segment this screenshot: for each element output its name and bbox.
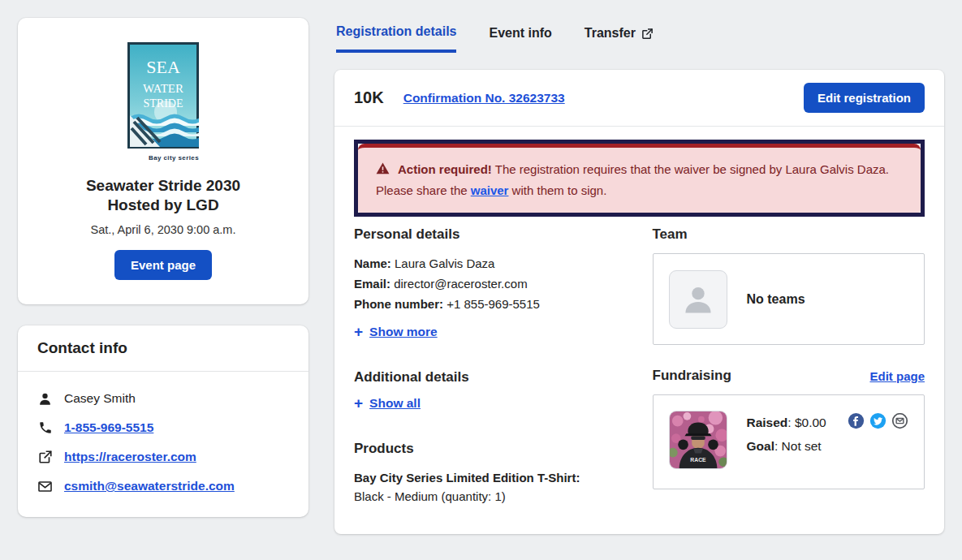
detail-value: +1 855-969-5515 xyxy=(443,297,540,311)
svg-text:RACE: RACE xyxy=(690,457,706,463)
fundraising-header: Fundraising Edit page xyxy=(653,368,925,384)
person-icon xyxy=(37,391,53,407)
show-all-label: Show all xyxy=(369,396,421,411)
alert-bold-text: Action required! xyxy=(398,162,492,176)
alert-text-2: with them to sign. xyxy=(508,183,606,197)
detail-value: director@raceroster.com xyxy=(390,277,528,291)
detail-label: Email: xyxy=(354,277,390,291)
team-title: Team xyxy=(653,226,925,243)
goal-value: : Not set xyxy=(774,439,822,453)
social-share-row xyxy=(848,411,908,429)
detail-label: Phone number: xyxy=(354,297,443,311)
event-page-button[interactable]: Event page xyxy=(114,250,212,280)
fundraiser-photo-image: RACE xyxy=(670,411,727,469)
waiver-link[interactable]: waiver xyxy=(471,183,509,197)
sub-event-label: 10K xyxy=(354,88,384,107)
no-teams-text: No teams xyxy=(747,292,805,307)
email-share-icon[interactable] xyxy=(891,412,908,429)
tab-transfer[interactable]: Transfer xyxy=(585,24,654,53)
edit-registration-button[interactable]: Edit registration xyxy=(804,83,925,113)
detail-value: Laura Galvis Daza xyxy=(391,256,495,270)
additional-details-title: Additional details xyxy=(354,369,627,386)
page: SEA WATER STRIDE Bay city series Seawate… xyxy=(0,0,962,552)
contact-info-title: Contact info xyxy=(37,339,289,357)
svg-text:SEA: SEA xyxy=(146,57,180,77)
svg-text:WATER: WATER xyxy=(143,82,183,95)
registration-card-header: 10K Confirmation No. 32623733 Edit regis… xyxy=(334,70,944,127)
svg-text:STRIDE: STRIDE xyxy=(144,97,183,110)
event-title: Seawater Stride 2030 Hosted by LGD xyxy=(37,176,289,216)
goal-row: Goal: Not set xyxy=(747,439,829,454)
contact-name-row: Casey Smith xyxy=(37,391,289,407)
event-title-line1: Seawater Stride 2030 xyxy=(37,176,289,196)
fundraising-stats: Raised: $0.00 Goal: Not set xyxy=(747,411,829,454)
logo-caption: Bay city series xyxy=(127,154,199,162)
plus-icon: + xyxy=(354,324,363,339)
tab-event-info[interactable]: Event info xyxy=(489,24,551,53)
personal-details-rows: Name: Laura Galvis Daza Email: director@… xyxy=(354,254,627,314)
details-left-column: Personal details Name: Laura Galvis Daza… xyxy=(354,226,627,503)
phone-icon xyxy=(37,420,53,436)
personal-details-title: Personal details xyxy=(354,226,627,243)
annotation-highlight-box: Action required! The registration requir… xyxy=(354,140,925,217)
main-content: Registration details Event info Transfer… xyxy=(334,18,944,534)
raised-label: Raised xyxy=(747,416,788,429)
contact-website-row: https://raceroster.com xyxy=(37,450,289,465)
contact-email-link[interactable]: csmith@seawaterstride.com xyxy=(64,479,235,493)
detail-label: Name: xyxy=(354,256,391,270)
event-summary-card: SEA WATER STRIDE Bay city series Seawate… xyxy=(18,18,308,304)
fundraising-box: RACE Raised: $0.00 Goal: Not set xyxy=(653,394,925,489)
contact-email-row: csmith@seawaterstride.com xyxy=(37,479,289,494)
event-title-line2: Hosted by LGD xyxy=(37,196,289,215)
contact-info-header: Contact info xyxy=(18,325,308,372)
plus-icon: + xyxy=(354,395,363,411)
registration-card-body: Action required! The registration requir… xyxy=(334,127,944,523)
fundraiser-photo: RACE xyxy=(669,411,727,469)
event-date: Sat., April 6, 2030 9:00 a.m. xyxy=(37,223,289,236)
contact-phone-link[interactable]: 1-855-969-5515 xyxy=(64,420,153,435)
contact-name: Casey Smith xyxy=(64,391,136,406)
detail-row-email: Email: director@raceroster.com xyxy=(354,274,627,295)
registration-card: 10K Confirmation No. 32623733 Edit regis… xyxy=(334,70,944,534)
show-more-label: Show more xyxy=(369,325,438,339)
external-link-icon xyxy=(641,28,654,40)
edit-page-link[interactable]: Edit page xyxy=(869,369,925,383)
details-columns: Personal details Name: Laura Galvis Daza… xyxy=(354,226,925,503)
fundraising-title: Fundraising xyxy=(653,368,731,384)
confirmation-number-link[interactable]: Confirmation No. 32623733 xyxy=(403,91,565,106)
seawater-stride-logo-image: SEA WATER STRIDE xyxy=(127,42,199,149)
team-avatar-placeholder xyxy=(669,270,727,329)
facebook-share-icon[interactable] xyxy=(848,412,865,429)
tab-transfer-label: Transfer xyxy=(585,26,636,41)
goal-label: Goal xyxy=(747,439,774,453)
raised-row: Raised: $0.00 xyxy=(747,416,829,430)
avatar-placeholder-icon xyxy=(680,282,716,317)
contact-phone-row: 1-855-969-5515 xyxy=(37,420,289,436)
contact-info-body: Casey Smith 1-855-969-5515 https://racer… xyxy=(18,372,308,517)
tab-registration-details[interactable]: Registration details xyxy=(336,24,456,53)
contact-info-card: Contact info Casey Smith 1-855-969-5515 xyxy=(18,325,308,517)
details-right-column: Team No teams Fundraising Edit page xyxy=(653,226,925,503)
contact-website-link[interactable]: https://raceroster.com xyxy=(64,450,196,464)
show-all-link[interactable]: + Show all xyxy=(354,395,421,411)
action-required-alert: Action required! The registration requir… xyxy=(358,144,921,213)
product-detail: Black - Medium (quantity: 1) xyxy=(354,489,627,503)
raised-value: : $0.00 xyxy=(787,416,826,429)
envelope-icon xyxy=(37,479,53,494)
detail-row-name: Name: Laura Galvis Daza xyxy=(354,254,627,274)
products-title: Products xyxy=(354,441,627,457)
show-more-link[interactable]: + Show more xyxy=(354,324,438,339)
event-logo: SEA WATER STRIDE Bay city series xyxy=(127,42,199,162)
warning-triangle-icon xyxy=(376,162,390,181)
left-sidebar: SEA WATER STRIDE Bay city series Seawate… xyxy=(18,18,308,534)
tab-bar: Registration details Event info Transfer xyxy=(334,18,944,53)
external-link-icon xyxy=(37,450,53,465)
detail-row-phone: Phone number: +1 855-969-5515 xyxy=(354,295,627,315)
twitter-share-icon[interactable] xyxy=(869,412,887,429)
team-box: No teams xyxy=(653,253,925,345)
product-name: Bay City Series Limited Edition T-Shirt: xyxy=(354,468,627,487)
